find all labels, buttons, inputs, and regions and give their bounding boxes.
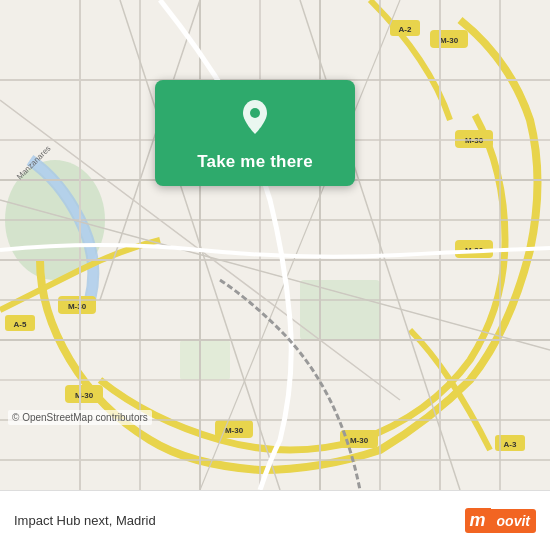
location-name: Impact Hub next, Madrid: [14, 513, 156, 528]
moovit-logo: m oovit: [465, 508, 536, 533]
take-me-there-button[interactable]: Take me there: [197, 152, 313, 172]
map-container[interactable]: M-30 M-30 M-30 M-30 M-30 M-30 M-30 A-2 A…: [0, 0, 550, 490]
moovit-logo-text: oovit: [491, 509, 536, 533]
bottom-bar: Impact Hub next, Madrid m oovit: [0, 490, 550, 550]
moovit-logo-m: m: [465, 508, 491, 533]
svg-text:M-30: M-30: [68, 302, 87, 311]
location-card[interactable]: Take me there: [155, 80, 355, 186]
pin-icon: [234, 96, 276, 142]
svg-rect-3: [180, 340, 230, 380]
svg-text:M-30: M-30: [440, 36, 459, 45]
svg-text:M-30: M-30: [75, 391, 94, 400]
svg-point-49: [250, 108, 260, 118]
svg-text:A-3: A-3: [504, 440, 517, 449]
map-attribution: © OpenStreetMap contributors: [8, 410, 152, 425]
svg-text:M-30: M-30: [350, 436, 369, 445]
svg-text:A-2: A-2: [399, 25, 412, 34]
svg-rect-2: [300, 280, 380, 340]
svg-text:A-5: A-5: [14, 320, 27, 329]
svg-text:M-30: M-30: [225, 426, 244, 435]
location-info: Impact Hub next, Madrid: [14, 513, 156, 528]
